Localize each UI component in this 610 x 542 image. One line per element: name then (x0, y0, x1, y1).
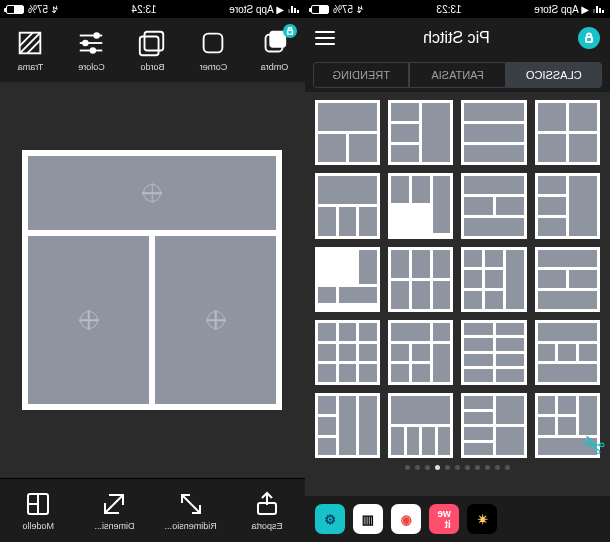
svg-line-13 (28, 40, 41, 53)
action-toolbar: Esporta Ridimensio... Dimensi... Modello (0, 478, 305, 542)
add-photo-icon (207, 311, 225, 329)
promo-app-row: ✴ weit ◉ ▥ ⚙ (305, 496, 610, 542)
clock: 13:23 (437, 4, 462, 15)
tool-esporta[interactable]: Esporta (229, 479, 305, 542)
template-item[interactable] (462, 247, 527, 312)
tool-bordo[interactable]: Bordo (122, 18, 183, 82)
template-item[interactable] (315, 247, 380, 312)
collage-cell[interactable] (156, 236, 277, 404)
status-bar: ◀ App Store 13:24 ↯ 57% (0, 0, 305, 18)
battery-icon (6, 5, 24, 14)
tool-trama[interactable]: Trama (0, 18, 61, 82)
tool-modello[interactable]: Modello (0, 479, 76, 542)
premium-lock-icon[interactable] (578, 27, 600, 49)
signal-icon (288, 6, 299, 13)
add-photo-icon (144, 184, 162, 202)
tool-ridimensiona[interactable]: Ridimensio... (153, 479, 229, 542)
tool-label: Ombra (261, 62, 289, 72)
template-item[interactable] (462, 173, 527, 238)
template-item[interactable] (535, 247, 600, 312)
template-item[interactable] (388, 247, 453, 312)
svg-point-9 (95, 33, 100, 38)
template-item[interactable] (315, 173, 380, 238)
app-barcode[interactable]: ▥ (353, 504, 383, 534)
template-item[interactable] (535, 173, 600, 238)
template-item[interactable] (315, 100, 380, 165)
collage-cell[interactable] (29, 236, 150, 404)
svg-point-11 (91, 48, 96, 53)
template-item[interactable] (315, 320, 380, 385)
style-toolbar: Ombra Corner Bordo Colore Trama (0, 18, 305, 82)
template-item[interactable] (462, 393, 527, 458)
svg-rect-20 (586, 37, 592, 42)
tool-label: Colore (78, 62, 105, 72)
tab-classico[interactable]: CLASSICO (506, 62, 602, 88)
tool-label: Trama (18, 62, 44, 72)
template-item[interactable] (535, 320, 600, 385)
app-title: Pic Stitch (423, 29, 490, 47)
svg-line-15 (20, 33, 33, 46)
template-item[interactable] (388, 393, 453, 458)
template-item[interactable] (315, 393, 380, 458)
collage-layout (23, 150, 283, 410)
signal-icon (593, 6, 604, 13)
svg-point-10 (84, 41, 89, 46)
template-item[interactable] (462, 320, 527, 385)
category-tabs: CLASSICO FANTASIA TRENDING (305, 58, 610, 92)
back-to-appstore[interactable]: ◀ App Store (229, 4, 284, 15)
template-item[interactable] (462, 100, 527, 165)
tab-fantasia[interactable]: FANTASIA (409, 62, 505, 88)
tool-ombra[interactable]: Ombra (244, 18, 305, 82)
tool-label: Corner (200, 62, 228, 72)
clock: 13:24 (132, 4, 157, 15)
svg-rect-4 (145, 32, 164, 51)
tool-dimensioni[interactable]: Dimensi... (76, 479, 152, 542)
editor-screen: ◀ App Store 13:24 ↯ 57% Ombra Corner Bor… (0, 0, 305, 542)
app-weheartit[interactable]: weit (429, 504, 459, 534)
battery-icon (311, 5, 329, 14)
app-camera[interactable]: ◉ (391, 504, 421, 534)
template-item[interactable]: ✂ (535, 393, 600, 458)
tool-corner[interactable]: Corner (183, 18, 244, 82)
svg-rect-3 (204, 34, 223, 53)
tool-colore[interactable]: Colore (61, 18, 122, 82)
tool-label: Bordo (140, 62, 164, 72)
tab-trending[interactable]: TRENDING (313, 62, 409, 88)
app-header: Pic Stitch (305, 18, 610, 58)
template-item[interactable] (388, 100, 453, 165)
page-indicator (315, 458, 600, 476)
lock-icon (283, 24, 297, 38)
template-picker-screen: ◀ App Store 13:23 ↯ 57% Pic Stitch CLASS… (305, 0, 610, 542)
battery-percent: ↯ 57% (333, 4, 364, 15)
tool-label: Ridimensio... (165, 521, 217, 531)
svg-rect-0 (288, 30, 293, 34)
tool-label: Modello (22, 521, 54, 531)
tool-label: Dimensi... (94, 521, 134, 531)
menu-icon[interactable] (315, 31, 335, 45)
template-item[interactable] (388, 173, 453, 238)
template-item[interactable] (388, 320, 453, 385)
add-photo-icon (80, 311, 98, 329)
canvas (0, 82, 305, 478)
back-to-appstore[interactable]: ◀ App Store (534, 4, 589, 15)
template-item[interactable] (535, 100, 600, 165)
svg-rect-5 (140, 36, 159, 55)
collage-cell[interactable] (29, 156, 277, 230)
tool-label: Esporta (251, 521, 282, 531)
app-gift[interactable]: ⚙ (315, 504, 345, 534)
status-bar: ◀ App Store 13:23 ↯ 57% (305, 0, 610, 18)
battery-percent: ↯ 57% (28, 4, 59, 15)
template-grid[interactable]: ✂ (305, 92, 610, 496)
app-sparkle[interactable]: ✴ (467, 504, 497, 534)
